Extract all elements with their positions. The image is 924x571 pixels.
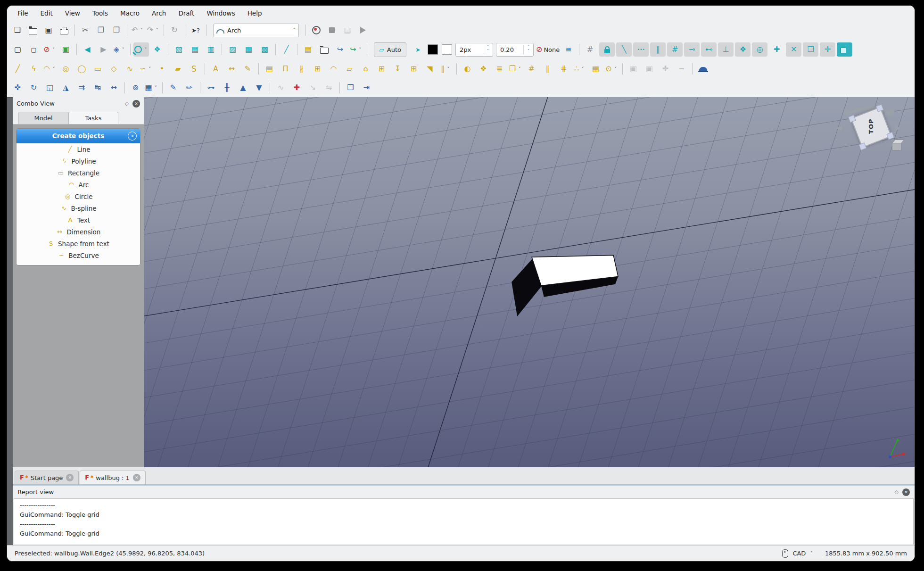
draft-slope[interactable]: ↘	[305, 81, 321, 95]
snap-endpoint[interactable]: ╲	[616, 42, 632, 57]
macro-dialog[interactable]: ▤	[340, 24, 355, 37]
arch-profile[interactable]: ∥	[540, 62, 555, 76]
macro-play[interactable]	[355, 24, 371, 37]
draft-flip[interactable]: ⇋	[321, 81, 337, 95]
draft-polygon[interactable]: ◇	[106, 62, 122, 76]
arch-wall[interactable]: ▤	[262, 62, 277, 76]
report-log[interactable]: ----------------GuiCommand: Toggle grid-…	[14, 498, 914, 545]
menu-arch[interactable]: Arch	[146, 8, 172, 18]
float-panel-icon[interactable]	[125, 100, 129, 107]
arch-fence[interactable]: ⋕	[556, 62, 571, 76]
arch-frame[interactable]: #	[524, 62, 539, 76]
arch-site[interactable]: ↧	[390, 62, 405, 76]
box-element-selection[interactable]: ▢	[26, 42, 41, 57]
view-top[interactable]: ▤	[187, 42, 203, 57]
navcube-mini-cube[interactable]	[892, 142, 901, 151]
arch-material-dropdown[interactable]	[580, 66, 585, 72]
refresh[interactable]: ↻	[167, 24, 182, 37]
task-item-dimension[interactable]: ↔Dimension	[16, 226, 140, 238]
draft-join[interactable]: ⊶	[203, 81, 219, 95]
task-item-shape-from-text[interactable]: SShape from text	[16, 238, 140, 249]
snap-near[interactable]: ⊸	[684, 42, 700, 57]
draft-move[interactable]: ✜	[10, 81, 25, 95]
draft-clone[interactable]: ⊚	[128, 81, 143, 95]
draft-trimex[interactable]: ↹	[90, 81, 106, 95]
navigation-cube[interactable]: ◀ ▶ TOP	[836, 101, 907, 161]
view-axonometric[interactable]: ❖	[149, 42, 165, 57]
arch-level[interactable]: ⊞	[374, 62, 389, 76]
arch-building-part[interactable]: ◠	[326, 62, 341, 76]
box-selection[interactable]: ▢	[10, 42, 25, 57]
draft-downgrade[interactable]: ▼	[251, 81, 267, 95]
draft-arc-dropdown[interactable]	[51, 66, 56, 72]
macro-record[interactable]	[309, 24, 324, 37]
export-objects[interactable]: ↪	[332, 42, 348, 57]
rotate-right-icon[interactable]: ▶	[895, 124, 900, 132]
move-to-group[interactable]: ↪	[348, 42, 364, 57]
snap-parallel[interactable]: ∥	[650, 42, 666, 57]
snap-special[interactable]: ❖	[735, 42, 751, 57]
draft-apply-style[interactable]: ➤	[410, 42, 426, 57]
paste[interactable]: ❒	[109, 24, 124, 37]
arch-structure[interactable]: Π	[278, 62, 293, 76]
task-item-circle[interactable]: ◎Circle	[16, 190, 140, 202]
draft-facebinder[interactable]: ▰	[170, 62, 186, 76]
toggle-working-plane[interactable]	[837, 42, 852, 57]
spinner-arrows-icon[interactable]	[523, 45, 533, 54]
draft-layers[interactable]: ▤	[300, 42, 316, 57]
arch-axis-dropdown[interactable]	[446, 66, 451, 72]
zoom-fit-all[interactable]	[133, 42, 149, 57]
menu-view[interactable]: View	[59, 8, 86, 18]
arch-pipe-dropdown[interactable]	[613, 66, 618, 72]
menu-file[interactable]: File	[12, 8, 34, 18]
draft-upgrade[interactable]: ▲	[235, 81, 251, 95]
save-file[interactable]: ▣	[41, 24, 56, 37]
snap-dimensions[interactable]: ✛	[820, 42, 835, 57]
tab-wallbug[interactable]: F wallbug : 1	[80, 471, 145, 484]
snap-cross[interactable]: ✕	[786, 42, 801, 57]
close-panel-icon[interactable]	[132, 100, 140, 108]
view-isometric[interactable]: ◈	[112, 42, 127, 57]
draft-rectangle[interactable]: ▭	[90, 62, 106, 76]
arch-roof[interactable]: ◥	[422, 62, 437, 76]
tab-tasks[interactable]: Tasks	[68, 112, 118, 124]
arch-equipment-clone[interactable]: ▣	[642, 62, 657, 76]
spinner-arrows-icon[interactable]	[483, 45, 493, 54]
copy[interactable]: ❐	[93, 24, 108, 37]
measure-distance[interactable]: ╱	[279, 42, 294, 57]
draft-edit[interactable]: ✎	[165, 81, 181, 95]
menu-help[interactable]: Help	[242, 8, 268, 18]
task-item-bezcurve[interactable]: ∽BezCurve	[16, 249, 140, 261]
draft-stretch[interactable]: ↔	[106, 81, 122, 95]
arch-equipment[interactable]: ▣	[626, 62, 641, 76]
arch-stairs[interactable]: ≣	[492, 62, 507, 76]
arch-space[interactable]: ❖	[476, 62, 491, 76]
nav-back[interactable]: ◀	[80, 42, 95, 57]
redo[interactable]: ↷	[146, 24, 161, 37]
arch-panel[interactable]: ❐	[508, 62, 523, 76]
view-right[interactable]: ▥	[203, 42, 219, 57]
nav-style-value[interactable]: CAD	[792, 550, 806, 557]
draft-dimension[interactable]: ↔	[224, 62, 239, 76]
whats-this[interactable]: ➤?	[188, 24, 203, 37]
draft-scale[interactable]: ◱	[42, 81, 58, 95]
close-tab-icon[interactable]	[66, 474, 74, 481]
draft-ellipse[interactable]: ◯	[74, 62, 90, 76]
transparency-spinner[interactable]: 0.20	[496, 43, 534, 57]
rotate-left-icon[interactable]: ◀	[836, 124, 842, 132]
line-width-spinner[interactable]: 2px	[455, 43, 493, 57]
menu-tools[interactable]: Tools	[87, 8, 114, 18]
arch-material[interactable]: ∴	[572, 62, 587, 76]
snap-lock[interactable]	[599, 42, 615, 57]
arch-curtain-wall[interactable]: ⊞	[310, 62, 325, 76]
close-panel-icon[interactable]	[902, 488, 910, 496]
draft-circle[interactable]: ◎	[58, 62, 74, 76]
task-item-polyline[interactable]: ϟPolyline	[16, 155, 140, 167]
menu-windows[interactable]: Windows	[201, 8, 240, 18]
arch-section-plane[interactable]: ◐	[460, 62, 475, 76]
arch-reference[interactable]: ▱	[342, 62, 357, 76]
snap-center[interactable]: ◎	[752, 42, 767, 57]
draft-subelement-highlight[interactable]: ✏	[182, 81, 197, 95]
collapse-section-icon[interactable]	[128, 132, 137, 141]
draft-arc[interactable]: ◠	[42, 62, 58, 76]
